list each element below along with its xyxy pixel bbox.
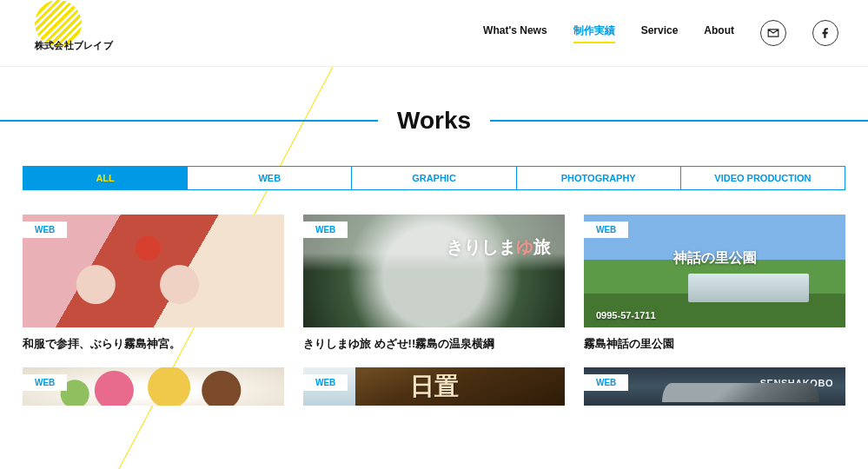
work-card[interactable]: WEB xyxy=(23,367,284,406)
overlay-brand: SENSHAKOBO xyxy=(760,378,833,388)
category-badge: WEB xyxy=(584,221,628,238)
category-badge: WEB xyxy=(23,374,67,391)
category-badge: WEB xyxy=(303,374,348,391)
work-title: きりしまゆ旅 めざせ!!霧島の温泉横綱 xyxy=(303,336,565,352)
logo[interactable]: 株式会社ブレイブ xyxy=(35,12,156,54)
main-nav: What's News 制作実績 Service About xyxy=(483,20,838,46)
nav-about[interactable]: About xyxy=(704,24,734,42)
category-badge: WEB xyxy=(23,221,67,238)
page-title-row: Works xyxy=(0,107,868,135)
nav-whats-news[interactable]: What's News xyxy=(483,24,547,42)
tab-video[interactable]: VIDEO PRODUCTION xyxy=(681,166,845,190)
tab-web[interactable]: WEB xyxy=(188,166,352,190)
contact-button[interactable] xyxy=(760,20,786,46)
work-card[interactable]: WEB 神話の里公園 0995-57-1711 霧島神話の里公園 xyxy=(584,215,845,352)
work-thumbnail: WEB 神話の里公園 0995-57-1711 xyxy=(584,215,845,327)
logo-text: 株式会社ブレイブ xyxy=(35,39,113,52)
work-title: 霧島神話の里公園 xyxy=(584,336,845,352)
overlay-logo: 神話の里公園 xyxy=(673,249,757,268)
tab-photography[interactable]: PHOTOGRAPHY xyxy=(517,166,681,190)
works-grid: WEB 和服で参拝、ぶらり霧島神宮。 WEB きりしまゆ旅 きりしまゆ旅 めざせ… xyxy=(23,215,845,406)
overlay-tel: 0995-57-1711 xyxy=(596,310,656,320)
facebook-button[interactable] xyxy=(812,20,838,46)
tab-all[interactable]: ALL xyxy=(23,166,188,190)
title-line-left xyxy=(0,120,378,122)
work-thumbnail: WEB 日置 xyxy=(303,367,565,406)
overlay-sign: 日置 xyxy=(410,370,459,403)
work-thumbnail: WEB xyxy=(23,215,284,327)
nav-works[interactable]: 制作実績 xyxy=(573,23,615,43)
envelope-icon xyxy=(767,27,779,39)
work-card[interactable]: WEB 和服で参拝、ぶらり霧島神宮。 xyxy=(23,215,284,352)
work-thumbnail: WEB SENSHAKOBO xyxy=(584,367,845,406)
work-card[interactable]: WEB きりしまゆ旅 きりしまゆ旅 めざせ!!霧島の温泉横綱 xyxy=(303,215,565,352)
facebook-icon xyxy=(819,27,832,39)
filter-tabs: ALL WEB GRAPHIC PHOTOGRAPHY VIDEO PRODUC… xyxy=(23,166,845,190)
site-header: 株式会社ブレイブ What's News 制作実績 Service About xyxy=(0,0,868,67)
category-badge: WEB xyxy=(584,374,628,391)
overlay-logo: きりしまゆ旅 xyxy=(447,235,551,259)
work-card[interactable]: WEB 日置 xyxy=(303,367,565,406)
tab-graphic[interactable]: GRAPHIC xyxy=(352,166,516,190)
category-badge: WEB xyxy=(303,221,348,238)
page-title: Works xyxy=(378,107,490,135)
nav-service[interactable]: Service xyxy=(641,24,679,42)
work-thumbnail: WEB xyxy=(23,367,284,406)
work-card[interactable]: WEB SENSHAKOBO xyxy=(584,367,845,406)
work-thumbnail: WEB きりしまゆ旅 xyxy=(303,215,565,327)
work-title: 和服で参拝、ぶらり霧島神宮。 xyxy=(23,336,284,352)
title-line-right xyxy=(490,120,868,122)
